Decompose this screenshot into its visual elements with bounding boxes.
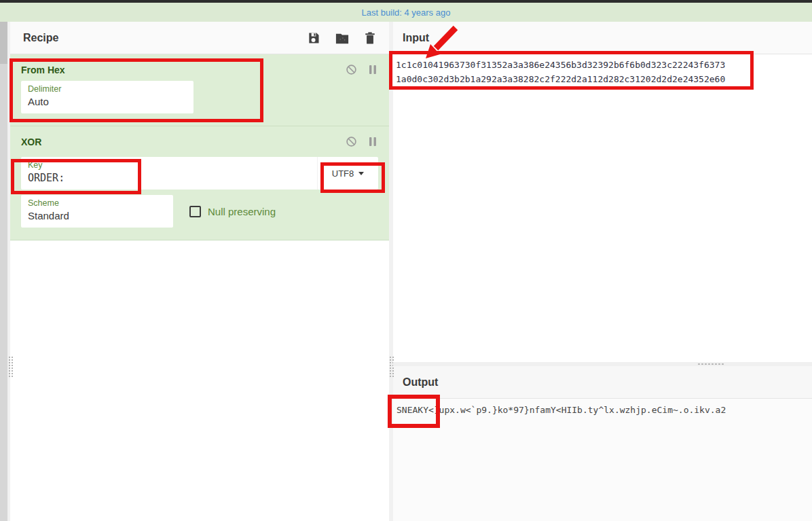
- null-preserving-checkbox[interactable]: [189, 206, 201, 217]
- operation-controls: [346, 136, 377, 147]
- xor-key-row: Key ORDER: UTF8: [10, 153, 389, 195]
- key-value: ORDER:: [28, 171, 310, 185]
- build-banner: Last build: 4 years ago: [0, 3, 812, 22]
- output-title: Output: [403, 376, 802, 389]
- operation-name: XOR: [21, 137, 346, 147]
- recipe-panel: Recipe From Hex: [10, 22, 389, 521]
- input-output-splitter[interactable]: [393, 362, 812, 366]
- splitter-handle[interactable]: [697, 363, 724, 366]
- key-encoding-dropdown[interactable]: UTF8: [317, 157, 378, 190]
- scheme-label: Scheme: [28, 198, 166, 209]
- xor-scheme-row: Scheme Standard Null preserving: [10, 195, 389, 240]
- delimiter-select[interactable]: Delimiter Auto: [21, 81, 193, 113]
- output-panel: Output SNEAKY<]upx.w<`p9.}ko*97}nfamY<HI…: [393, 366, 812, 521]
- scheme-select[interactable]: Scheme Standard: [21, 195, 173, 228]
- scrollbar-thumb[interactable]: [0, 22, 7, 64]
- recipe-empty-area: [10, 240, 389, 521]
- output-text: SNEAKY<]upx.w<`p9.}ko*97}nfamY<HIIb.ty^l…: [396, 405, 726, 415]
- key-encoding-value: UTF8: [332, 168, 354, 179]
- splitter-handle[interactable]: [8, 356, 13, 378]
- disable-icon[interactable]: [346, 64, 357, 75]
- disable-icon[interactable]: [346, 136, 357, 147]
- pause-icon[interactable]: [369, 137, 377, 147]
- delimiter-label: Delimiter: [28, 84, 187, 94]
- folder-icon[interactable]: [335, 31, 350, 45]
- key-label: Key: [28, 160, 310, 170]
- splitter-handle[interactable]: [389, 356, 394, 378]
- key-input[interactable]: Key ORDER:: [21, 157, 317, 190]
- recipe-io-splitter[interactable]: [389, 22, 393, 521]
- null-preserving-label[interactable]: Null preserving: [208, 206, 276, 217]
- output-textarea: SNEAKY<]upx.w<`p9.}ko*97}nfamY<HIIb.ty^l…: [393, 399, 812, 521]
- io-column: Input 1c1c01041963730f31352a3a386e24356b…: [393, 22, 812, 521]
- key-input-group: Key ORDER: UTF8: [21, 157, 378, 190]
- operations-scrollbar[interactable]: [0, 22, 7, 521]
- input-title: Input: [403, 32, 802, 44]
- operation-from-hex[interactable]: From Hex Delimiter Auto: [10, 54, 389, 126]
- operation-xor[interactable]: XOR Key ORDER: UTF8: [10, 126, 389, 240]
- pause-icon[interactable]: [369, 65, 377, 75]
- scheme-value: Standard: [28, 209, 166, 223]
- last-build-link[interactable]: Last build: 4 years ago: [362, 7, 451, 18]
- recipe-header: Recipe: [10, 22, 389, 54]
- trash-icon[interactable]: [364, 31, 376, 45]
- operation-from-hex-header[interactable]: From Hex: [10, 54, 389, 81]
- input-line: 1c1c01041963730f31352a3a386e24356b3d3239…: [396, 60, 725, 70]
- recipe-title: Recipe: [23, 32, 307, 44]
- operation-controls: [346, 64, 377, 75]
- delimiter-value: Auto: [28, 95, 187, 109]
- save-icon[interactable]: [307, 31, 320, 45]
- recipe-toolbar: [307, 31, 376, 45]
- input-panel: Input 1c1c01041963730f31352a3a386e24356b…: [393, 22, 812, 362]
- operation-xor-header[interactable]: XOR: [10, 126, 389, 153]
- input-line: 1a0d0c302d3b2b1a292a3a38282c2f222d2a112d…: [396, 74, 725, 84]
- output-header: Output: [393, 366, 812, 399]
- input-header: Input: [393, 22, 812, 54]
- operation-name: From Hex: [21, 65, 346, 75]
- operations-recipe-splitter[interactable]: [7, 22, 10, 521]
- from-hex-args: Delimiter Auto: [10, 81, 389, 126]
- main-layout: Recipe From Hex: [0, 22, 812, 521]
- chevron-down-icon: [358, 172, 364, 175]
- input-textarea[interactable]: 1c1c01041963730f31352a3a386e24356b3d3239…: [393, 54, 812, 362]
